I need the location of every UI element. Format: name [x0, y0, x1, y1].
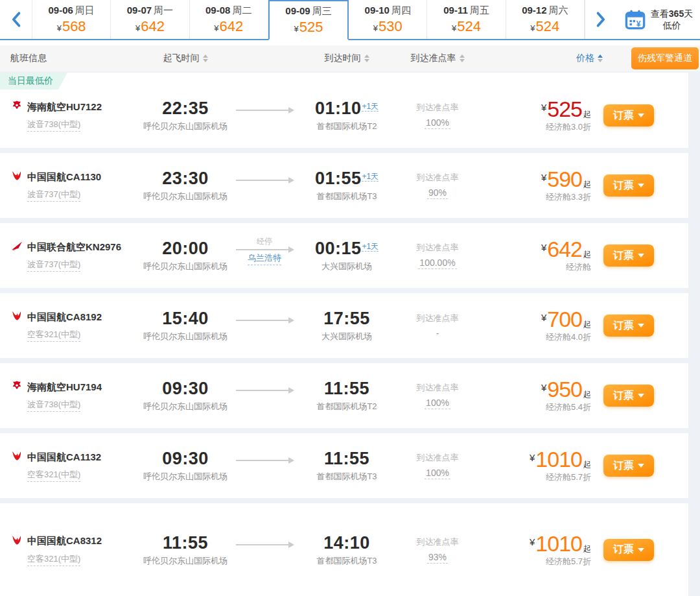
aircraft-type-link[interactable]: 波音738(中型): [27, 119, 80, 132]
punctuality-value[interactable]: 90%: [427, 187, 448, 199]
punctuality-value[interactable]: 93%: [427, 552, 448, 564]
date-tab-price: ¥525: [294, 19, 323, 36]
aircraft-type-link[interactable]: 空客321(中型): [27, 469, 80, 482]
arrive-airport: 首都国际机场T2: [316, 121, 377, 132]
date-tab[interactable]: 09-07周一 ¥642: [111, 0, 189, 39]
airline-flight-number: 中国国航CA8192: [27, 311, 102, 324]
punctuality-value[interactable]: 100%: [425, 398, 450, 409]
date-tab-label: 09-12周六: [522, 5, 568, 17]
depart-airport: 呼伦贝尔东山国际机场: [143, 261, 228, 272]
book-button[interactable]: 订票: [603, 174, 654, 197]
chevron-left-icon: [11, 12, 21, 27]
book-button[interactable]: 订票: [603, 104, 654, 126]
prev-dates-button[interactable]: [0, 0, 32, 39]
date-tab-label: 09-09周三: [285, 5, 331, 18]
military-police-channel-button[interactable]: 伤残军警通道: [631, 47, 699, 69]
flight-row: 中国国航CA1132 空客321(中型) 09:30 呼伦贝尔东山国际机场 11…: [0, 433, 688, 498]
calendar-icon: ¥: [624, 8, 646, 30]
date-tab[interactable]: 09-08周二 ¥642: [190, 0, 268, 39]
date-tab[interactable]: 09-06周日 ¥568: [32, 0, 111, 39]
depart-time: 23:30: [162, 169, 209, 189]
stopover-city-link[interactable]: 乌兰浩特: [248, 252, 281, 265]
punctuality-value[interactable]: 100%: [425, 117, 450, 129]
depart-time: 09:30: [162, 449, 209, 469]
date-tab-price: ¥568: [57, 18, 86, 35]
date-tab-price: ¥530: [373, 18, 402, 35]
yuan-symbol: ¥: [530, 452, 535, 463]
sort-icon: [598, 54, 603, 62]
date-bar: 09-06周日 ¥568 09-07周一 ¥642 09-08周二 ¥642 0…: [0, 0, 700, 40]
airline-logo-icon: [10, 169, 23, 185]
arrive-airport: 大兴国际机场: [321, 331, 372, 342]
depart-time: 09:30: [162, 379, 209, 399]
flight-row: 中国国航CA1130 波音737(中型) 23:30 呼伦贝尔东山国际机场 01…: [0, 153, 688, 218]
date-tab-label: 09-06周日: [48, 5, 94, 17]
airline-logo-icon: [10, 379, 23, 395]
results-table-header: 航班信息 起飞时间 到达时间 到达准点率 价格 伤残军警通道: [0, 45, 700, 71]
aircraft-type-link[interactable]: 波音737(中型): [27, 259, 80, 272]
arrive-time: 11:55: [324, 379, 369, 399]
date-tab[interactable]: 09-11周五 ¥524: [427, 0, 506, 39]
punctuality-label: 到达准点率: [417, 172, 459, 184]
aircraft-type-link[interactable]: 空客321(中型): [27, 553, 80, 566]
route-arrow-icon: [236, 320, 293, 321]
date-tab[interactable]: 09-12周六 ¥524: [506, 0, 585, 39]
airline-flight-number: 中国国航CA8312: [27, 535, 102, 547]
date-tab-price: ¥524: [452, 18, 481, 35]
flight-row: 中国国航CA8192 空客321(中型) 15:40 呼伦贝尔东山国际机场 17…: [0, 293, 688, 358]
depart-airport: 呼伦贝尔东山国际机场: [143, 331, 228, 342]
yuan-symbol: ¥: [530, 536, 535, 547]
date-tab-price: ¥642: [214, 18, 243, 35]
airline-logo-icon: [10, 239, 23, 255]
column-depart-time-sort[interactable]: 起飞时间: [140, 53, 231, 64]
plus-one-day-label: +1天: [362, 242, 379, 252]
plus-one-day-label: +1天: [362, 102, 379, 112]
depart-airport: 呼伦贝尔东山国际机场: [143, 191, 228, 202]
punctuality-label: 到达准点率: [417, 452, 459, 464]
next-dates-button[interactable]: [585, 0, 617, 39]
aircraft-type-link[interactable]: 波音738(中型): [27, 399, 80, 412]
airline-flight-number: 海南航空HU7194: [27, 381, 102, 394]
book-button[interactable]: 订票: [603, 385, 654, 407]
column-price-sort[interactable]: 价格: [480, 53, 609, 64]
depart-airport: 呼伦贝尔东山国际机场: [143, 555, 228, 567]
date-tab[interactable]: 09-09周三 ¥525: [268, 0, 349, 40]
date-tab-label: 09-08周二: [205, 5, 251, 17]
punctuality-value[interactable]: 100%: [425, 468, 450, 479]
route-arrow-icon: [236, 390, 293, 391]
from-suffix: 起: [583, 249, 591, 260]
cabin-discount: 经济舱5.7折: [546, 556, 591, 567]
punctuality-value[interactable]: 100.00%: [418, 257, 456, 269]
yuan-symbol: ¥: [541, 312, 546, 323]
book-button[interactable]: 订票: [603, 315, 654, 337]
aircraft-type-link[interactable]: 波音737(中型): [27, 189, 80, 202]
arrive-airport: 首都国际机场T3: [316, 471, 377, 483]
low-price-calendar-button[interactable]: ¥ 查看365天 低价: [617, 0, 700, 39]
stopover-label: 经停: [257, 236, 272, 247]
date-tab-price: ¥524: [530, 18, 559, 35]
book-button[interactable]: 订票: [603, 244, 654, 267]
yuan-symbol: ¥: [541, 172, 546, 183]
caret-down-icon: [638, 548, 644, 552]
book-button[interactable]: 订票: [603, 539, 654, 561]
book-button[interactable]: 订票: [603, 455, 654, 477]
arrive-time: 17:55: [323, 309, 370, 329]
aircraft-type-link[interactable]: 空客321(中型): [27, 329, 80, 342]
arrive-airport: 首都国际机场T3: [316, 555, 377, 567]
from-suffix: 起: [583, 109, 591, 120]
caret-down-icon: [638, 113, 644, 117]
date-tab[interactable]: 09-10周四 ¥530: [349, 0, 427, 39]
depart-airport: 呼伦贝尔东山国际机场: [143, 471, 228, 483]
depart-time: 22:35: [162, 99, 209, 119]
route-arrow-icon: [236, 180, 293, 181]
depart-time: 15:40: [162, 309, 209, 329]
punctuality-value[interactable]: -: [435, 328, 441, 339]
sort-icon: [364, 54, 369, 62]
column-punctuality-sort[interactable]: 到达准点率: [395, 53, 480, 64]
cabin-discount: 经济舱3.3折: [546, 191, 591, 203]
column-arrive-time-sort[interactable]: 到达时间: [298, 53, 395, 64]
price: ¥525起: [541, 98, 591, 120]
calendar-button-label: 查看365天 低价: [651, 8, 693, 31]
arrive-airport: 大兴国际机场: [321, 261, 372, 272]
from-suffix: 起: [583, 319, 591, 330]
